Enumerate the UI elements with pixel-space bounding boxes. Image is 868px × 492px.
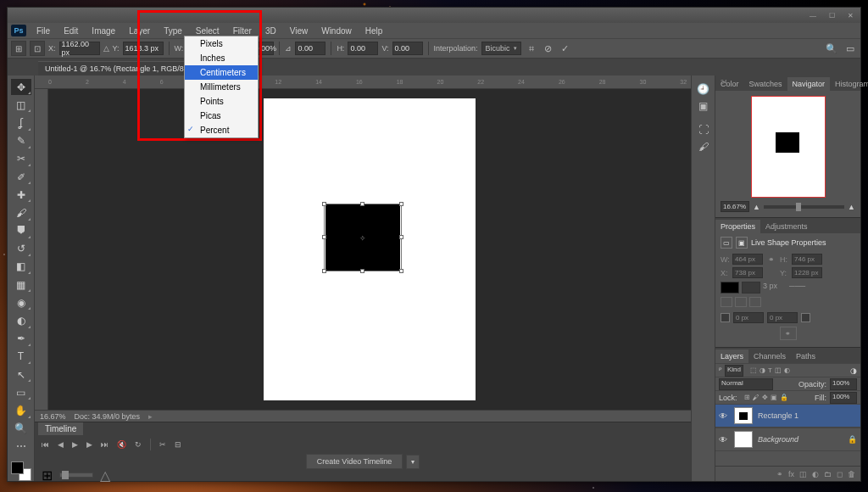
frame-mode-icon[interactable]: ⊞: [42, 467, 53, 484]
vertical-ruler[interactable]: [35, 89, 48, 410]
units-millimeters[interactable]: Millimeters: [185, 80, 258, 94]
visibility-icon[interactable]: 👁: [719, 411, 729, 421]
foreground-color-swatch[interactable]: [11, 461, 24, 474]
transform-center-icon[interactable]: ✧: [359, 234, 366, 243]
loop-icon[interactable]: ↻: [135, 440, 142, 449]
stroke-style-select[interactable]: ───: [789, 282, 823, 294]
tab-color[interactable]: Color: [715, 77, 744, 91]
tab-properties[interactable]: Properties: [715, 220, 760, 233]
visibility-icon[interactable]: 👁: [719, 435, 729, 444]
link-icon[interactable]: ⚭: [766, 255, 776, 264]
stroke-align-icon[interactable]: [721, 297, 732, 307]
corner-tr-check[interactable]: [801, 313, 810, 322]
menu-help[interactable]: Help: [359, 23, 390, 38]
zoom-out-icon[interactable]: ▲: [753, 203, 760, 211]
fill-field[interactable]: 100%: [830, 392, 857, 404]
transform-bounding-box[interactable]: ✧: [324, 204, 402, 271]
layer-mask-icon[interactable]: ◫: [799, 470, 807, 478]
document-tab[interactable]: Untitled-1 @ 16.7% (Rectangle 1, RGB/8) …: [38, 61, 204, 75]
layer-filter-select[interactable]: Kind: [725, 365, 743, 377]
units-centimeters[interactable]: Centimeters: [185, 65, 258, 80]
filter-smart-icon[interactable]: ◐: [784, 366, 790, 374]
maximize-button[interactable]: ☐: [825, 11, 838, 20]
timeline-zoom-slider[interactable]: [59, 472, 93, 478]
transition-icon[interactable]: ⊟: [175, 440, 181, 449]
brush-tool[interactable]: 🖌: [11, 204, 31, 221]
navigator-zoom-field[interactable]: [721, 201, 749, 212]
status-flyout-icon[interactable]: ▸: [148, 412, 153, 421]
doc-size-readout[interactable]: Doc: 34.9M/0 bytes: [75, 412, 141, 421]
zoom-in-icon[interactable]: ▲: [848, 203, 855, 211]
blend-mode-select[interactable]: Normal: [719, 378, 773, 390]
lock-all-icon[interactable]: 🔒: [780, 394, 788, 401]
tab-layers[interactable]: Layers: [715, 349, 748, 363]
menu-layer[interactable]: Layer: [122, 23, 157, 38]
units-pixels[interactable]: Pixels: [185, 36, 258, 51]
menu-edit[interactable]: Edit: [57, 23, 85, 38]
filter-type-icon[interactable]: T: [768, 366, 772, 374]
lock-artboard-icon[interactable]: ▣: [771, 394, 777, 401]
hskew-field[interactable]: 0.00: [348, 42, 378, 55]
prev-frame-icon[interactable]: ◀: [58, 440, 64, 449]
brush-settings-icon[interactable]: ⛶: [696, 123, 711, 137]
transform-handle[interactable]: [322, 235, 326, 239]
corner-tr-field[interactable]: 0 px: [767, 312, 798, 323]
marquee-tool[interactable]: ◫: [11, 97, 31, 113]
filter-toggle-icon[interactable]: ◑: [850, 366, 857, 375]
workspace-icon[interactable]: ▭: [843, 42, 857, 55]
units-percent[interactable]: ✓Percent: [185, 123, 258, 137]
transform-handle[interactable]: [360, 269, 364, 273]
mute-icon[interactable]: 🔇: [117, 440, 126, 449]
link-layers-icon[interactable]: ⚭: [776, 470, 783, 478]
transform-handle[interactable]: [322, 269, 326, 273]
x-field[interactable]: 1162.00 px: [59, 42, 100, 55]
move-tool[interactable]: ✥: [11, 79, 31, 95]
canvas[interactable]: ✧: [48, 89, 691, 410]
stroke-corner-icon[interactable]: [749, 297, 761, 307]
props-y-field[interactable]: 1228 px: [792, 267, 822, 278]
fill-color-swatch[interactable]: [721, 282, 739, 294]
units-picas[interactable]: Picas: [185, 109, 258, 123]
layer-item-rectangle[interactable]: 👁 Rectangle 1: [715, 404, 860, 428]
stroke-color-swatch[interactable]: [742, 282, 760, 294]
layer-name[interactable]: Background: [758, 435, 798, 444]
tab-swatches[interactable]: Swatches: [744, 77, 787, 91]
gradient-tool[interactable]: ▦: [11, 277, 31, 293]
corner-tl-field[interactable]: 0 px: [733, 312, 764, 323]
first-frame-icon[interactable]: ⏮: [42, 440, 49, 449]
brushes-icon[interactable]: 🖌: [696, 140, 711, 154]
y-field[interactable]: 1613.3 px: [123, 42, 164, 55]
layer-thumbnail[interactable]: [734, 431, 753, 448]
delta-icon[interactable]: △: [103, 44, 109, 53]
horizontal-ruler[interactable]: 0246810121416182022242628303234: [35, 75, 691, 89]
layer-fx-icon[interactable]: fx: [788, 470, 794, 478]
stroke-width-field[interactable]: 3 px: [763, 282, 787, 294]
layer-thumbnail[interactable]: [734, 407, 753, 424]
interpolation-select[interactable]: Bicubic: [481, 42, 521, 55]
link-corners-icon[interactable]: ⚭: [780, 327, 797, 340]
blur-tool[interactable]: ◉: [11, 294, 31, 310]
layer-item-background[interactable]: 👁 Background 🔒: [715, 428, 860, 451]
last-frame-icon[interactable]: ⏭: [101, 440, 108, 449]
history-panel-icon[interactable]: 🕘: [696, 82, 711, 96]
filter-adjust-icon[interactable]: ◑: [760, 366, 765, 374]
dodge-tool[interactable]: ◐: [11, 312, 31, 328]
angle-field[interactable]: 0.00: [295, 42, 326, 55]
type-tool[interactable]: T: [11, 349, 31, 365]
next-frame-icon[interactable]: ▶: [86, 440, 92, 449]
transform-handle[interactable]: [360, 202, 364, 206]
tab-histogram[interactable]: Histogram: [830, 77, 868, 91]
props-width-field[interactable]: 464 px: [732, 254, 763, 265]
navigator-zoom-slider[interactable]: [764, 205, 844, 209]
transform-handle[interactable]: [399, 202, 403, 206]
close-button[interactable]: ✕: [843, 11, 857, 20]
menu-window[interactable]: Window: [314, 23, 359, 38]
commit-transform-icon[interactable]: ✓: [559, 42, 572, 55]
app-logo[interactable]: Ps: [11, 25, 26, 36]
lasso-tool[interactable]: ʆ: [11, 115, 31, 131]
units-points[interactable]: Points: [185, 94, 258, 109]
actions-panel-icon[interactable]: ▣: [696, 99, 711, 113]
play-icon[interactable]: ▶: [72, 440, 78, 449]
units-inches[interactable]: Inches: [185, 51, 258, 65]
zoom-readout[interactable]: 16.67%: [40, 412, 66, 421]
